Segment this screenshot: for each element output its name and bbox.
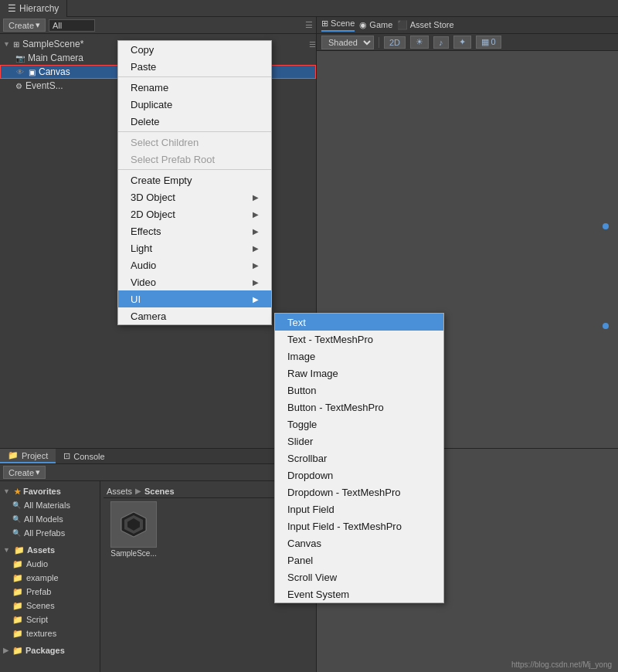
hierarchy-create-button[interactable]: Create ▾	[3, 19, 46, 32]
audio-button[interactable]: ♪	[433, 36, 449, 49]
ctx-camera[interactable]: Camera	[118, 307, 271, 324]
top-tab-bar: ☰ Hierarchy	[0, 0, 618, 17]
sub-button-meshpro[interactable]: Button - TextMeshPro	[275, 399, 443, 416]
folder-icon: 📁	[14, 545, 25, 555]
asset-item-sample-scene[interactable]: SampleSce...	[107, 501, 161, 558]
shaded-dropdown[interactable]: Shaded	[321, 36, 374, 49]
ctx-delete[interactable]: Delete	[118, 113, 271, 130]
folder-icon: 📁	[12, 573, 23, 583]
sidebar-prefab[interactable]: 📁 Prefab	[0, 585, 100, 599]
2d-button[interactable]: 2D	[384, 36, 406, 49]
unity-logo-icon	[118, 509, 149, 540]
scene-dot-2	[603, 323, 609, 329]
ui-submenu: Text Text - TextMeshPro Image Raw Image …	[274, 313, 444, 603]
sub-dropdown[interactable]: Dropdown	[275, 467, 443, 484]
ctx-light[interactable]: Light▶	[118, 239, 271, 256]
ctx-sep-2	[118, 131, 271, 132]
folder-icon: 📁	[12, 629, 23, 639]
ctx-3d-object[interactable]: 3D Object▶	[118, 188, 271, 205]
ctx-copy[interactable]: Copy	[118, 41, 271, 58]
ctx-effects[interactable]: Effects▶	[118, 222, 271, 239]
ctx-video[interactable]: Video▶	[118, 273, 271, 290]
sub-button[interactable]: Button	[275, 382, 443, 399]
sidebar-all-models[interactable]: 🔍 All Models	[0, 512, 100, 526]
gizmos-button[interactable]: ▦ 0	[476, 36, 501, 49]
sub-slider[interactable]: Slider	[275, 433, 443, 450]
folder-icon: 📁	[12, 601, 23, 611]
tab-scene[interactable]: ⊞ Scene	[321, 19, 355, 32]
scene-options-toolbar: Shaded 2D ☀ ♪ ✦ ▦ 0	[317, 34, 618, 51]
project-create-button[interactable]: Create ▾	[3, 466, 46, 479]
project-tab-icon: 📁	[8, 450, 19, 460]
tab-project[interactable]: 📁 Project	[0, 449, 56, 463]
watermark-text: https://blog.csdn.net/Mj_yong	[511, 660, 612, 669]
sub-panel[interactable]: Panel	[275, 552, 443, 568]
visibility-icon[interactable]: 👁	[16, 68, 24, 76]
star-icon: ★	[14, 487, 21, 496]
game-icon: ◉	[359, 20, 367, 29]
sidebar-scenes[interactable]: 📁 Scenes	[0, 599, 100, 613]
sub-canvas[interactable]: Canvas	[275, 535, 443, 552]
ctx-create-empty[interactable]: Create Empty	[118, 171, 271, 188]
project-toolbar: Create ▾	[0, 464, 316, 481]
search-icon: 🔍	[12, 501, 21, 509]
tab-asset-store[interactable]: ⬛ Asset Store	[397, 20, 453, 30]
scene-toolbar: ⊞ Scene ◉ Game ⬛ Asset Store	[317, 17, 618, 34]
tab-console[interactable]: ⊡ Console	[56, 449, 112, 463]
assets-section: ▼ 📁 Assets	[0, 543, 100, 557]
sub-toggle[interactable]: Toggle	[275, 416, 443, 433]
folder-icon: 📁	[12, 646, 23, 656]
sub-scrollbar[interactable]: Scrollbar	[275, 450, 443, 467]
asset-thumbnail	[110, 501, 157, 548]
sidebar-all-prefabs[interactable]: 🔍 All Prefabs	[0, 526, 100, 540]
tab-game[interactable]: ◉ Game	[359, 20, 392, 30]
asset-name-label: SampleSce...	[110, 549, 156, 558]
sub-event-system[interactable]: Event System	[275, 585, 443, 602]
sub-input-field[interactable]: Input Field	[275, 501, 443, 518]
sidebar-textures[interactable]: 📁 textures	[0, 626, 100, 640]
ctx-ui[interactable]: UI▶	[118, 290, 271, 307]
scene-icon: ⊞	[321, 19, 328, 28]
tab-hierarchy[interactable]: ☰ Hierarchy	[0, 0, 67, 17]
folder-icon: 📁	[12, 615, 23, 625]
project-content: ▼ ★ Favorites 🔍 All Materials 🔍 All Mode…	[0, 481, 316, 672]
project-sidebar: ▼ ★ Favorites 🔍 All Materials 🔍 All Mode…	[0, 481, 100, 672]
hierarchy-tab-label: Hierarchy	[19, 3, 59, 14]
console-tab-icon: ⊡	[63, 451, 70, 461]
hierarchy-options-icon[interactable]: ☰	[305, 20, 313, 30]
project-panel: 📁 Project ⊡ Console Create ▾ ▼ ★ Favorit…	[0, 449, 317, 672]
search-icon: 🔍	[12, 515, 21, 523]
sidebar-script[interactable]: 📁 Script	[0, 613, 100, 626]
ctx-paste[interactable]: Paste	[118, 58, 271, 75]
sub-image[interactable]: Image	[275, 348, 443, 365]
ctx-audio[interactable]: Audio▶	[118, 256, 271, 273]
ctx-sep-3	[118, 169, 271, 170]
scene-options-icon[interactable]: ☰	[309, 40, 316, 49]
sub-dropdown-meshpro[interactable]: Dropdown - TextMeshPro	[275, 484, 443, 501]
sidebar-audio[interactable]: 📁 Audio	[0, 557, 100, 571]
sidebar-example[interactable]: 📁 example	[0, 571, 100, 585]
sub-text[interactable]: Text	[275, 314, 443, 331]
hierarchy-tab-icon: ☰	[8, 3, 16, 14]
asset-store-icon: ⬛	[397, 20, 408, 29]
sub-raw-image[interactable]: Raw Image	[275, 365, 443, 382]
ctx-rename[interactable]: Rename	[118, 79, 271, 96]
sidebar-all-materials[interactable]: 🔍 All Materials	[0, 498, 100, 512]
ctx-select-children: Select Children	[118, 134, 271, 151]
sub-scroll-view[interactable]: Scroll View	[275, 568, 443, 585]
search-icon: 🔍	[12, 529, 21, 537]
sub-text-meshpro[interactable]: Text - TextMeshPro	[275, 331, 443, 348]
breadcrumb-arrow: ▶	[135, 487, 141, 495]
light-button[interactable]: ☀	[410, 36, 429, 49]
hierarchy-toolbar: Create ▾ ☰	[0, 17, 316, 34]
project-tab-bar: 📁 Project ⊡ Console	[0, 449, 316, 464]
ctx-2d-object[interactable]: 2D Object▶	[118, 205, 271, 222]
sub-input-field-meshpro[interactable]: Input Field - TextMeshPro	[275, 518, 443, 535]
ctx-duplicate[interactable]: Duplicate	[118, 96, 271, 113]
scene-dot-1	[603, 223, 609, 229]
effects-button[interactable]: ✦	[453, 36, 471, 49]
packages-section: ▶ 📁 Packages	[0, 643, 100, 657]
hierarchy-search-input[interactable]	[49, 19, 95, 32]
ctx-select-prefab-root: Select Prefab Root	[118, 151, 271, 168]
context-menu: Copy Paste Rename Duplicate Delete Selec…	[117, 40, 272, 325]
